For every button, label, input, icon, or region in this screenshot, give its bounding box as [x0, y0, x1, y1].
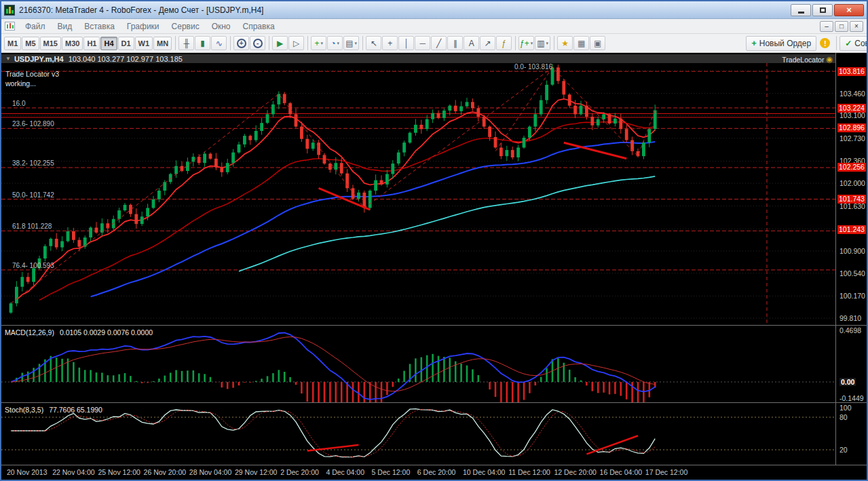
- timeframe-m15[interactable]: M15: [40, 37, 61, 50]
- metatrader-window: 2166370: MetaTrader 4 - RoboForex - Демо…: [0, 0, 868, 481]
- templates-button[interactable]: ▤▾: [343, 36, 359, 50]
- price-axis-label: 99.810: [839, 314, 861, 322]
- profiles-button[interactable]: ▥▾: [535, 36, 550, 50]
- indicators-button[interactable]: ƒ+▾: [518, 36, 534, 50]
- time-axis-label: 28 Nov 04:00: [189, 468, 231, 476]
- chart-shift-button[interactable]: ▷: [288, 36, 304, 50]
- time-axis-label: 2 Dec 20:00: [280, 468, 319, 476]
- toolbar-separator: [554, 36, 554, 50]
- timeframe-m1[interactable]: M1: [4, 37, 21, 50]
- periods-button[interactable]: ◔▾: [327, 36, 343, 50]
- menu-item-0[interactable]: Файл: [19, 20, 52, 33]
- line-chart-icon: ∿: [216, 39, 223, 47]
- tradelocator-icon[interactable]: ◉: [826, 55, 833, 64]
- favorites-button[interactable]: ★: [557, 36, 573, 50]
- trade-locator-line1: Trade Locator v3: [5, 69, 59, 79]
- timeframe-m5[interactable]: M5: [22, 37, 39, 50]
- price-badge: 103.224: [837, 104, 866, 113]
- indicator-status-text: Trade Locator v3 working...: [5, 69, 59, 88]
- tradelocator-label: TradeLocator ◉: [782, 55, 833, 64]
- bar-chart-icon: ╫: [183, 39, 189, 47]
- zoom-in-button[interactable]: +: [233, 36, 249, 50]
- time-axis-label: 5 Dec 12:00: [372, 468, 411, 476]
- menu-item-5[interactable]: Окно: [206, 20, 237, 33]
- price-badge: 101.743: [837, 195, 866, 204]
- chart-close-button[interactable]: ×: [850, 21, 863, 32]
- zoom-out-button[interactable]: -: [250, 36, 265, 50]
- titlebar: 2166370: MetaTrader 4 - RoboForex - Демо…: [1, 1, 867, 19]
- alert-icon[interactable]: !: [820, 38, 830, 48]
- panel-divider[interactable]: [1, 325, 867, 326]
- indicator-axis-label: 100: [839, 404, 852, 412]
- menu-item-3[interactable]: Графики: [121, 20, 166, 33]
- bar-chart-button[interactable]: ╫: [178, 36, 194, 50]
- cursor-button[interactable]: ↖: [366, 36, 381, 50]
- stoch-label: Stoch(8,3,5) 77.7606 65.1990: [5, 406, 102, 414]
- vertical-line-icon: │: [404, 39, 409, 47]
- order-cluster: + Новый Ордер ! ✓ Сов: [746, 36, 867, 51]
- time-axis-label: 10 Dec 04:00: [463, 468, 505, 476]
- fibonacci-button[interactable]: ƒ: [496, 36, 512, 50]
- auto-scroll-icon: ▶: [277, 39, 283, 47]
- timeframe-d1[interactable]: D1: [118, 37, 134, 50]
- new-chart-button[interactable]: +▾: [311, 36, 326, 50]
- cursor-icon: ↖: [371, 39, 377, 47]
- timeframe-h1[interactable]: H1: [83, 37, 100, 50]
- profiles-icon: ▥: [537, 39, 544, 47]
- price-chart-canvas[interactable]: [1, 57, 835, 325]
- trendline-button[interactable]: ╱: [431, 36, 447, 50]
- panel-divider[interactable]: [1, 402, 867, 403]
- menu-item-4[interactable]: Сервис: [166, 20, 206, 33]
- market-watch-button[interactable]: ▦: [573, 36, 589, 50]
- data-window-icon: ▣: [594, 39, 601, 47]
- restore-icon: [820, 7, 826, 13]
- price-axis-label: 100.170: [839, 292, 865, 300]
- toolbar-separator: [269, 36, 269, 50]
- dropdown-arrow-icon: ▾: [320, 41, 323, 46]
- text-button[interactable]: A: [464, 36, 479, 50]
- chart-ohlc-values: 103.040 103.277 102.977 103.185: [69, 55, 183, 63]
- window-buttons: ×: [791, 4, 864, 16]
- mdi-window-buttons: – □ ×: [820, 21, 863, 32]
- close-button[interactable]: ×: [834, 4, 864, 16]
- price-badge: 102.256: [837, 163, 866, 172]
- menu-item-6[interactable]: Справка: [237, 20, 281, 33]
- price-axis-label: 100.540: [839, 269, 865, 277]
- candlestick-chart-button[interactable]: ▮: [195, 36, 210, 50]
- symbol-dropdown-icon[interactable]: ▼: [5, 56, 11, 62]
- trade-locator-line2: working...: [5, 79, 59, 88]
- stoch-axis: 1008020: [836, 404, 867, 465]
- minimize-button[interactable]: [791, 4, 811, 16]
- chart-window-icon[interactable]: [5, 22, 15, 31]
- macd-panel-canvas[interactable]: [1, 326, 835, 402]
- menu-item-1[interactable]: Вид: [52, 20, 79, 33]
- timeframe-mn[interactable]: MN: [153, 37, 172, 50]
- chart-area[interactable]: 0.0- 103.81616.023.6- 102.89038.2- 102.2…: [1, 53, 867, 480]
- dropdown-arrow-icon: ▾: [355, 41, 358, 46]
- chart-restore-button[interactable]: □: [835, 21, 848, 32]
- stoch-panel-canvas[interactable]: [1, 404, 835, 465]
- price-badge: 103.816: [837, 67, 866, 76]
- menu-item-2[interactable]: Вставка: [78, 20, 121, 33]
- chart-minimize-button[interactable]: –: [820, 21, 833, 32]
- horizontal-line-button[interactable]: ─: [415, 36, 430, 50]
- menu-items: ФайлВидВставкаГрафикиСервисОкноСправка: [19, 20, 281, 33]
- restore-button[interactable]: [812, 4, 833, 16]
- dropdown-arrow-icon: ▾: [337, 41, 340, 46]
- line-chart-button[interactable]: ∿: [211, 36, 227, 50]
- auto-scroll-button[interactable]: ▶: [272, 36, 288, 50]
- timeframe-w1[interactable]: W1: [135, 37, 153, 50]
- time-axis[interactable]: 20 Nov 201322 Nov 04:0025 Nov 12:0026 No…: [1, 466, 867, 480]
- data-window-button[interactable]: ▣: [590, 36, 605, 50]
- price-axis[interactable]: 103.830103.460103.100102.730102.360102.0…: [836, 57, 867, 325]
- expert-advisors-button[interactable]: ✓ Сов: [839, 36, 867, 51]
- vertical-line-button[interactable]: │: [398, 36, 414, 50]
- indicator-axis-label: 20: [839, 446, 848, 454]
- new-order-button[interactable]: + Новый Ордер: [746, 36, 816, 51]
- stoch-trendline: [586, 436, 638, 454]
- timeframe-h4[interactable]: H4: [100, 37, 117, 50]
- crosshair-button[interactable]: +: [382, 36, 398, 50]
- timeframe-m30[interactable]: M30: [62, 37, 83, 50]
- arrows-button[interactable]: ↗: [480, 36, 495, 50]
- channel-button[interactable]: ∥: [447, 36, 463, 50]
